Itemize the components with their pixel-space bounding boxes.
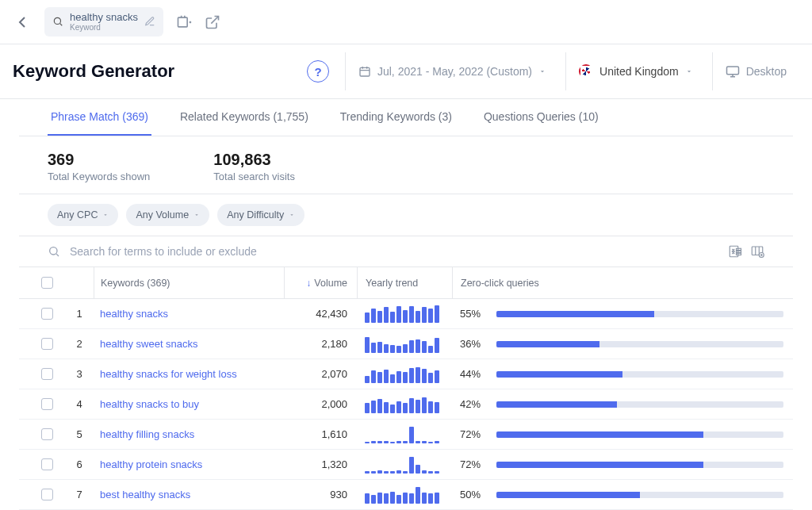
col-header-zero[interactable]: Zero-click queries (452, 267, 783, 298)
svg-rect-2 (360, 67, 370, 76)
row-zero-click: 42% (452, 389, 783, 419)
page-title: Keyword Generator (13, 61, 174, 82)
row-checkbox[interactable] (41, 489, 53, 500)
table-search-input[interactable] (68, 244, 720, 259)
row-zero-click: 50% (452, 480, 783, 509)
row-zero-click: 36% (452, 329, 783, 359)
col-header-trend[interactable]: Yearly trend (357, 267, 452, 298)
row-zero-click: 72% (452, 420, 783, 449)
filter-difficulty[interactable]: Any Difficulty (217, 204, 304, 226)
total-keywords-value: 369 (48, 151, 150, 169)
row-index: 3 (65, 368, 94, 380)
table-row: 2healthy sweet snacks2,18036% (19, 329, 793, 359)
filter-volume[interactable]: Any Volume (126, 204, 209, 226)
svg-point-0 (54, 18, 60, 25)
filter-cpc[interactable]: Any CPC (48, 204, 118, 226)
table-row: 6healthy protein snacks1,32072% (19, 450, 793, 480)
keyword-link[interactable]: healthy protein snacks (100, 458, 202, 470)
row-checkbox[interactable] (41, 338, 53, 350)
row-index: 6 (65, 458, 94, 470)
row-checkbox[interactable] (41, 458, 53, 470)
chevron-down-icon (102, 212, 109, 218)
columns-settings-icon[interactable] (750, 244, 764, 259)
total-visits-label: Total search visits (213, 171, 295, 182)
row-checkbox[interactable] (41, 368, 53, 380)
select-all-checkbox[interactable] (41, 277, 53, 289)
filter-volume-label: Any Volume (136, 209, 189, 220)
row-zero-click: 44% (452, 359, 783, 389)
chevron-down-icon (538, 67, 546, 75)
keyword-link[interactable]: healthy filling snacks (100, 428, 194, 440)
row-checkbox[interactable] (41, 308, 53, 320)
keyword-link[interactable]: best healthy snacks (100, 489, 190, 500)
chevron-down-icon (685, 67, 693, 75)
row-index: 1 (65, 308, 94, 320)
edit-icon[interactable] (144, 16, 155, 27)
keyword-link[interactable]: healthy snacks to buy (100, 398, 199, 410)
compare-icon[interactable] (176, 14, 192, 30)
back-icon[interactable] (13, 13, 32, 32)
total-keywords-label: Total Keywords shown (48, 171, 150, 182)
open-external-icon[interactable] (205, 14, 220, 30)
date-range-selector[interactable]: Jul, 2021 - May, 2022 (Custom) (345, 52, 559, 90)
desktop-icon (726, 64, 740, 79)
row-trend (357, 299, 452, 328)
row-volume: 2,180 (284, 329, 357, 359)
row-volume: 1,320 (284, 450, 357, 479)
table-row: 3healthy snacks for weight loss2,07044% (19, 359, 793, 389)
magnify-icon (52, 16, 63, 27)
row-zero-click: 72% (452, 450, 783, 479)
search-icon (48, 245, 60, 258)
row-index: 2 (65, 338, 94, 350)
row-trend (357, 450, 452, 479)
date-range-text: Jul, 2021 - May, 2022 (Custom) (377, 65, 532, 78)
row-volume: 1,610 (284, 420, 357, 449)
calendar-icon (358, 65, 371, 78)
tab-3[interactable]: Questions Queries (10) (481, 99, 602, 136)
chevron-down-icon (193, 212, 200, 218)
help-icon[interactable]: ? (307, 60, 329, 82)
export-excel-icon[interactable] (728, 244, 742, 259)
table-row: 1healthy snacks42,43055% (19, 299, 793, 329)
country-text: United Kingdom (599, 65, 679, 78)
uk-flag-icon (579, 64, 593, 79)
sort-desc-icon: ↓ (306, 278, 311, 289)
row-trend (357, 480, 452, 509)
search-sub: Keyword (70, 23, 138, 32)
svg-rect-7 (737, 251, 741, 252)
tab-1[interactable]: Related Keywords (1,755) (177, 99, 312, 136)
total-visits-value: 109,863 (213, 151, 295, 169)
search-term: healthy snacks (70, 12, 138, 23)
tab-2[interactable]: Trending Keywords (3) (337, 99, 455, 136)
country-selector[interactable]: United Kingdom (565, 52, 706, 90)
chevron-down-icon (289, 212, 295, 218)
keyword-link[interactable]: healthy snacks (100, 308, 168, 320)
row-volume: 42,430 (284, 299, 357, 328)
row-zero-click: 55% (452, 299, 783, 328)
svg-rect-8 (737, 253, 741, 255)
row-trend (357, 389, 452, 419)
row-index: 5 (65, 428, 94, 440)
row-index: 7 (65, 489, 94, 500)
row-checkbox[interactable] (41, 428, 53, 440)
svg-rect-1 (178, 17, 188, 27)
keyword-link[interactable]: healthy snacks for weight loss (100, 368, 237, 380)
device-selector[interactable]: Desktop (712, 52, 799, 90)
row-volume: 2,070 (284, 359, 357, 389)
table-row: 7best healthy snacks93050% (19, 480, 793, 510)
col-header-keywords[interactable]: Keywords (369) (94, 267, 284, 298)
svg-point-4 (50, 247, 57, 255)
svg-rect-6 (737, 248, 741, 250)
row-trend (357, 420, 452, 449)
col-header-volume[interactable]: ↓ Volume (284, 267, 357, 298)
row-trend (357, 359, 452, 389)
device-text: Desktop (746, 65, 787, 78)
svg-rect-3 (726, 67, 738, 75)
row-checkbox[interactable] (41, 398, 53, 410)
keyword-link[interactable]: healthy sweet snacks (100, 338, 198, 350)
keyword-search-pill[interactable]: healthy snacks Keyword (44, 7, 163, 36)
tab-0[interactable]: Phrase Match (369) (48, 99, 151, 136)
table-row: 5healthy filling snacks1,61072% (19, 420, 793, 450)
row-volume: 2,000 (284, 389, 357, 419)
filter-cpc-label: Any CPC (57, 209, 98, 220)
